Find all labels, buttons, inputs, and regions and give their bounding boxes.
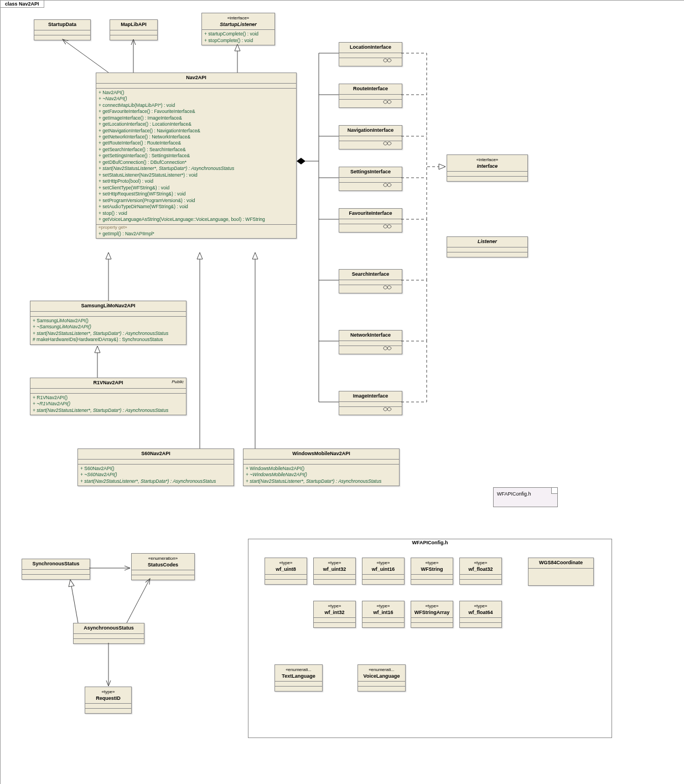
class-startupdata: StartupData <box>34 19 91 40</box>
class-statuscodes: «enumeration»StatusCodes <box>131 553 195 580</box>
class-synchronousstatus: SynchronousStatus <box>22 559 90 580</box>
type-wfstring: «type»WFString <box>411 558 453 585</box>
class-samsunglimonav2api: SamsungLiMoNav2API+ SamsungLiMoNav2API()… <box>30 301 186 345</box>
class-nav2api: Nav2API + Nav2API()+ ~Nav2API()+ connect… <box>96 73 297 239</box>
frame-wfapiconfig: WFAPIConfig.h «type»wf_uint8 «type»wf_ui… <box>248 539 612 738</box>
type-wf-int16: «type»wf_int16 <box>362 601 405 628</box>
infinity-icon <box>381 224 393 229</box>
infinity-icon <box>381 141 393 146</box>
class-requestid: «type»RequestID <box>85 687 132 714</box>
infinity-icon <box>381 99 393 105</box>
infinity-icon <box>381 285 393 290</box>
infinity-icon <box>381 406 393 412</box>
infinity-icon <box>381 58 393 63</box>
enum-textlanguage: «enumerati...TextLanguage <box>274 664 323 692</box>
class-maplibapi: MapLibAPI <box>110 19 158 40</box>
infinity-icon <box>381 345 393 351</box>
type-wgs84coordinate: WGS84Coordinate <box>528 558 594 586</box>
diagram-title: class Nav2API <box>1 1 44 8</box>
type-wf-float64: «type»wf_float64 <box>459 601 502 628</box>
class-interface: «interface»Interface <box>447 154 528 182</box>
class-startuplistener: «interface»StartupListener + startupComp… <box>201 13 275 45</box>
type-wf-uint8: «type»wf_uint8 <box>265 558 307 585</box>
class-windowsmobilenav2api: WindowsMobileNav2API+ WindowsMobileNav2A… <box>243 448 400 486</box>
type-wf-float32: «type»wf_float32 <box>459 558 502 585</box>
enum-voicelanguage: «enumerati...VoiceLanguage <box>357 664 406 692</box>
class-asynchronousstatus: AsynchronousStatus <box>73 623 144 644</box>
class-s60nav2api: S60Nav2API+ S60Nav2API()+ ~S60Nav2API()+… <box>77 448 234 486</box>
type-wf-uint16: «type»wf_uint16 <box>362 558 405 585</box>
note-wfapiconfig: WFAPIConfig.h <box>493 487 558 507</box>
class-r1vnav2api: R1VNav2APIPublic+ R1VNav2API()+ ~R1VNav2… <box>30 378 186 415</box>
type-wfstringarray: «type»WFStringArray <box>411 601 453 628</box>
type-wf-int32: «type»wf_int32 <box>313 601 356 628</box>
class-listener: Listener <box>447 236 528 257</box>
infinity-icon <box>381 182 393 188</box>
diagram-canvas: class Nav2API StartupData MapLibAPI «int… <box>0 0 684 784</box>
type-wf-uint32: «type»wf_uint32 <box>313 558 356 585</box>
